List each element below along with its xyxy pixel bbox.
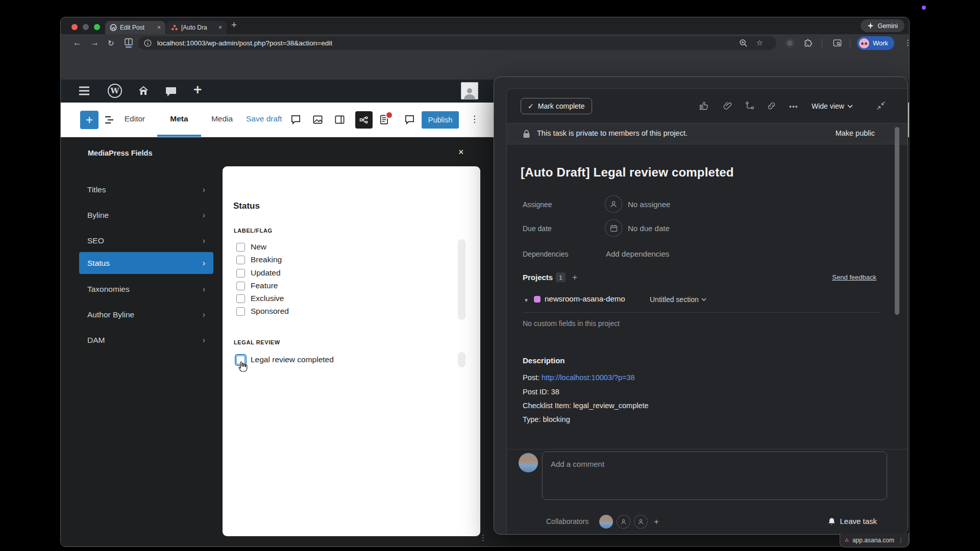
sidebar-item-author-byline[interactable]: Author Byline› xyxy=(79,304,213,325)
project-section-dropdown[interactable]: Untitled section xyxy=(650,295,706,304)
home-icon[interactable] xyxy=(137,85,150,97)
subtask-icon[interactable] xyxy=(745,101,755,111)
zoom-page-icon[interactable] xyxy=(739,39,748,47)
wide-view-dropdown[interactable]: Wide view xyxy=(812,102,853,110)
block-inserter-button[interactable]: + xyxy=(80,111,99,129)
browser-toolbar: ← → ↻ localhost:10003/wp-adm xyxy=(61,34,909,52)
asana-scrollbar[interactable] xyxy=(895,127,899,315)
checkbox-row-exclusive[interactable]: Exclusive xyxy=(236,294,284,303)
publish-button[interactable]: Publish xyxy=(422,111,459,129)
comments-bubble-icon[interactable] xyxy=(165,86,177,97)
browser-tab-auto-draft[interactable]: [Auto Dra × xyxy=(166,21,227,34)
admin-menu-icon[interactable] xyxy=(78,85,90,96)
checkbox-updated[interactable] xyxy=(236,269,245,278)
back-icon[interactable]: ← xyxy=(73,38,82,48)
collaborator-placeholder-icon[interactable] xyxy=(617,515,630,529)
bookmark-star-icon[interactable]: ☆ xyxy=(756,38,763,47)
sidebar-item-seo[interactable]: SEO› xyxy=(79,230,213,252)
mark-complete-button[interactable]: ✓ Mark complete xyxy=(521,98,592,114)
window-minimize-button[interactable] xyxy=(83,24,89,30)
checkbox-row-breaking[interactable]: Breaking xyxy=(236,255,282,264)
more-options-icon[interactable]: ••• xyxy=(789,103,798,111)
project-name[interactable]: newsroom-asana-demo xyxy=(545,294,625,303)
pip-site-badge[interactable]: app.asana.com ⋮ xyxy=(840,533,909,547)
reading-mode-icon[interactable] xyxy=(124,38,133,48)
save-draft-button[interactable]: Save draft xyxy=(246,114,282,123)
like-icon[interactable] xyxy=(698,101,709,111)
site-info-icon[interactable] xyxy=(144,39,152,47)
checkbox-feature[interactable] xyxy=(236,282,245,290)
browser-menu-icon[interactable]: ⋮ xyxy=(904,38,910,47)
forward-icon[interactable]: → xyxy=(90,38,99,48)
comments-icon[interactable] xyxy=(404,114,415,126)
checkbox-row-new[interactable]: New xyxy=(236,242,266,252)
profile-chip[interactable]: Work xyxy=(857,36,894,50)
description-post-line[interactable]: Post: http://localhost:10003/?p=38 xyxy=(523,373,635,382)
sidebar-item-status[interactable]: Status› xyxy=(79,252,213,274)
tab-close-icon[interactable]: × xyxy=(218,24,222,31)
window-zoom-button[interactable] xyxy=(94,24,100,30)
wordpress-logo-icon[interactable]: W xyxy=(108,84,122,98)
media-image-icon[interactable] xyxy=(312,114,324,126)
make-public-button[interactable]: Make public xyxy=(836,129,875,137)
due-date-calendar-icon[interactable] xyxy=(605,219,622,237)
checkbox-breaking[interactable] xyxy=(236,256,245,264)
collaborator-avatar[interactable] xyxy=(599,515,613,529)
send-feedback-link[interactable]: Send feedback xyxy=(832,273,876,281)
browser-tab-edit-post[interactable]: Edit Post × xyxy=(105,21,165,34)
link-icon[interactable] xyxy=(766,101,777,111)
checkbox-row-sponsored[interactable]: Sponsored xyxy=(236,307,289,316)
checkbox-row-legal-review[interactable]: Legal review completed xyxy=(236,355,334,364)
checkbox-row-feature[interactable]: Feature xyxy=(236,281,278,290)
sidebar-toggle-icon[interactable] xyxy=(334,114,346,126)
project-expand-triangle-icon[interactable]: ▼ xyxy=(524,297,529,303)
list-view-icon[interactable] xyxy=(104,114,116,126)
task-title[interactable]: [Auto Draft] Legal review completed xyxy=(521,165,734,180)
checkbox-row-updated[interactable]: Updated xyxy=(236,268,281,278)
asana-favicon xyxy=(171,24,178,31)
vertical-dots-handle[interactable]: ⋮ xyxy=(479,533,487,542)
tab-media[interactable]: Media xyxy=(204,103,240,135)
side-panel-icon[interactable] xyxy=(832,38,842,48)
sidebar-item-titles[interactable]: Titles› xyxy=(79,179,213,201)
sidebar-item-byline[interactable]: Byline› xyxy=(79,205,213,226)
gemini-button[interactable]: Gemini xyxy=(861,19,904,32)
checkbox-new[interactable] xyxy=(236,243,245,252)
tab-meta[interactable]: Meta xyxy=(157,103,201,135)
attachment-icon[interactable] xyxy=(722,101,733,111)
tab-editor[interactable]: Editor xyxy=(115,103,154,135)
mediapress-panel-button[interactable] xyxy=(355,111,373,129)
extensions-puzzle-icon[interactable] xyxy=(803,38,813,48)
collaborator-placeholder-icon[interactable] xyxy=(634,515,648,529)
comment-input[interactable]: Add a comment xyxy=(542,452,887,500)
sidebar-item-dam[interactable]: DAM› xyxy=(79,330,213,351)
leave-task-button[interactable]: Leave task xyxy=(828,517,877,525)
collapse-window-icon[interactable] xyxy=(876,101,886,111)
address-bar[interactable]: localhost:10003/wp-admin/post.php?post=3… xyxy=(138,36,776,50)
pip-menu-icon[interactable]: ⋮ xyxy=(898,537,904,544)
checkbox-exclusive[interactable] xyxy=(236,294,245,303)
url-text[interactable]: localhost:10003/wp-admin/post.php?post=3… xyxy=(157,39,332,47)
post-link[interactable]: http://localhost:10003/?p=38 xyxy=(542,373,635,382)
add-project-icon[interactable]: + xyxy=(572,272,577,283)
sidebar-item-taxonomies[interactable]: Taxonomies› xyxy=(79,279,213,300)
assignee-value[interactable]: No assignee xyxy=(628,200,670,209)
assignee-avatar-placeholder-icon[interactable] xyxy=(605,195,622,213)
new-content-icon[interactable]: + xyxy=(193,82,202,98)
checkbox-sponsored[interactable] xyxy=(236,307,245,316)
panel-scrollbar[interactable] xyxy=(458,239,465,320)
document-overview-icon[interactable] xyxy=(378,114,390,126)
panel-scrollbar[interactable] xyxy=(458,352,465,367)
extension-icon-dark[interactable] xyxy=(785,38,795,48)
comment-icon[interactable] xyxy=(290,114,302,126)
editor-options-icon[interactable]: ⋮ xyxy=(470,114,479,124)
tab-close-icon[interactable]: × xyxy=(157,24,161,31)
window-close-button[interactable] xyxy=(71,24,78,30)
new-tab-button[interactable]: + xyxy=(231,19,237,31)
reload-icon[interactable]: ↻ xyxy=(108,38,114,48)
add-dependencies-button[interactable]: Add dependencies xyxy=(606,249,669,258)
due-date-value[interactable]: No due date xyxy=(628,224,670,233)
account-avatar[interactable] xyxy=(461,82,478,99)
modal-close-icon[interactable]: × xyxy=(458,147,464,158)
add-collaborator-icon[interactable]: + xyxy=(654,517,659,527)
